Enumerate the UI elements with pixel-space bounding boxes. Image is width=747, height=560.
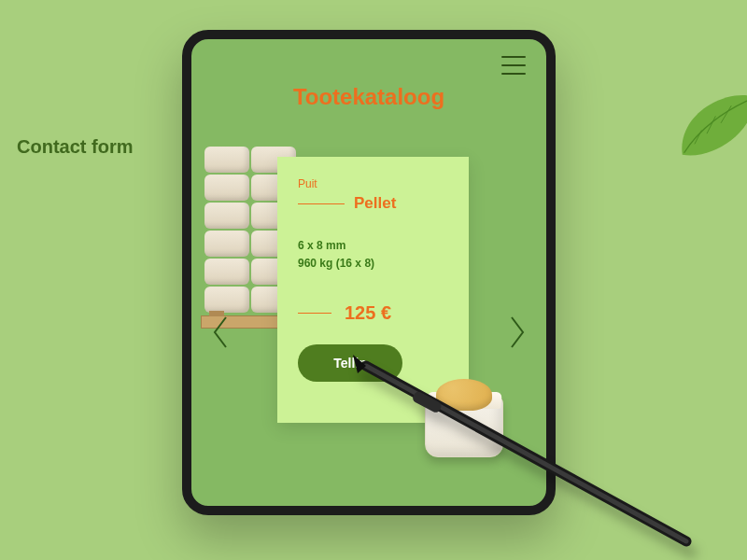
divider-rule [298, 203, 345, 204]
order-button[interactable]: Tellin [298, 344, 402, 382]
chevron-right-icon[interactable] [509, 315, 526, 349]
product-dimensions: 6 x 8 mm [298, 237, 448, 255]
product-name: Pellet [354, 194, 396, 213]
side-heading-contact-form: Contact form [17, 136, 133, 158]
divider-rule [298, 313, 331, 314]
product-weight: 960 kg (16 x 8) [298, 255, 448, 273]
tablet-mockup: Tootekataloog Puit Pellet 6 x [182, 30, 556, 515]
chevron-left-icon[interactable] [212, 315, 229, 349]
product-category: Puit [298, 177, 448, 190]
page-title: Tootekataloog [191, 84, 546, 110]
sack-illustration [423, 375, 505, 461]
leaf-icon [669, 93, 747, 163]
hamburger-icon[interactable] [501, 56, 526, 75]
product-price: 125 € [345, 302, 391, 324]
